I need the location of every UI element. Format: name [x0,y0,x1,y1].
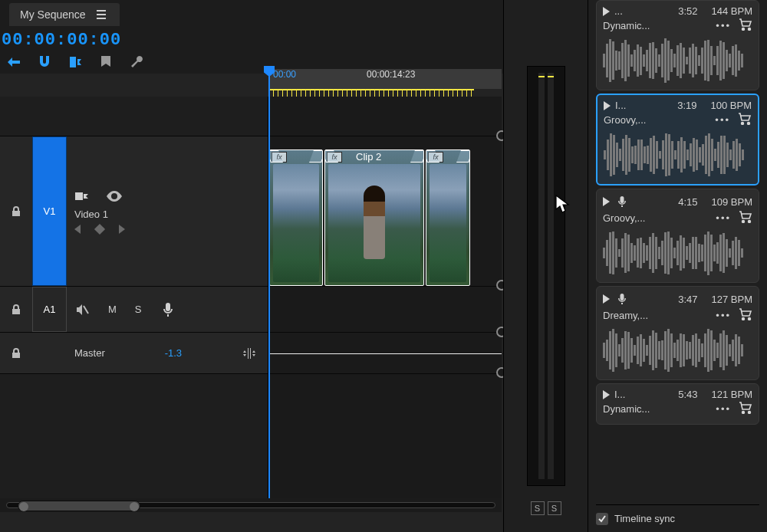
music-bpm: 100 BPM [711,100,752,111]
ruler-tick: 00:00:14:23 [367,69,415,80]
source-patching-icon[interactable] [74,189,90,204]
ruler-tick: 00:00 [273,69,296,80]
music-item[interactable]: 4:15 109 BPM Groovy,... ••• [596,189,759,283]
insert-overwrite-icon[interactable] [6,54,21,70]
video-track-lane[interactable]: fx fx Clip 2 fx [268,136,502,287]
meter-solo-left[interactable]: S [531,501,545,515]
more-options-icon[interactable]: ••• [716,403,731,415]
more-options-icon[interactable]: ••• [716,310,731,321]
play-icon[interactable] [603,294,610,304]
track-content[interactable]: fx fx Clip 2 fx [268,97,502,498]
horizontal-scrollbar[interactable] [0,498,502,512]
keyframe-nav [74,225,268,234]
music-item[interactable]: 3:47 127 BPM Dreamy,... ••• [596,286,759,380]
music-name: Groovy,... [604,114,646,126]
linked-selection-icon[interactable] [67,54,83,70]
timeline-sync-label: Timeline sync [614,513,675,524]
mute-button[interactable]: M [108,304,117,315]
prev-keyframe-icon[interactable] [74,225,81,234]
play-icon[interactable] [604,101,611,110]
video-clip[interactable]: fx Clip 2 [324,149,424,286]
audio-track-header: A1 M S [0,287,268,333]
settings-wrench-icon[interactable] [129,54,144,70]
more-options-icon[interactable]: ••• [716,212,731,224]
marker-icon[interactable] [98,54,114,70]
snap-magnet-icon[interactable] [37,54,52,70]
timeline-sync-checkbox[interactable] [596,513,608,525]
audio-track-toggle[interactable]: A1 [32,287,67,332]
track-visibility-icon[interactable] [107,189,122,204]
mute-off-icon[interactable] [74,302,90,317]
mic-icon [614,291,630,307]
timeline-panel: My Sequence 00:00:00:00 00:00 00:00:14:2… [0,0,588,532]
video-clip[interactable]: fx [269,149,323,286]
more-options-icon[interactable]: ••• [715,114,730,126]
svg-point-11 [749,318,751,320]
track-lock-icon[interactable] [0,287,32,332]
music-bpm: 121 BPM [712,389,752,400]
music-prefix: I... [614,389,625,400]
video-clip[interactable]: fx [426,149,470,286]
cart-icon[interactable] [739,211,752,225]
music-bpm: 109 BPM [712,196,752,208]
svg-point-8 [742,221,745,223]
music-item[interactable]: ... 3:52 144 BPM Dynamic... ••• [596,0,759,90]
svg-rect-2 [248,348,249,359]
track-lock-icon[interactable] [0,333,32,373]
music-duration: 3:52 [678,5,697,17]
svg-point-13 [749,412,751,414]
meter-solo-right[interactable]: S [548,501,561,515]
music-item[interactable]: I... 5:43 121 BPM Dynamic... ••• [596,383,759,425]
next-keyframe-icon[interactable] [119,225,125,234]
music-name: Dynamic... [603,20,650,31]
music-duration: 3:47 [678,294,697,305]
video-track-label: Video 1 [74,209,268,220]
time-ruler[interactable]: 00:00 00:00:14:23 [268,69,502,89]
play-icon[interactable] [603,197,610,206]
svg-point-9 [749,221,751,223]
music-name: Groovy,... [603,212,645,224]
master-track-lane[interactable] [268,333,502,374]
scrollbar-thumb[interactable] [18,501,140,511]
cart-icon[interactable] [738,113,752,127]
music-item[interactable]: I... 3:19 100 BPM Groovy,... ••• [596,94,759,186]
voiceover-mic-icon[interactable] [160,302,176,317]
play-icon[interactable] [603,7,610,16]
svg-rect-0 [75,192,83,200]
meter-bars [527,66,565,486]
cursor-arrow-icon [555,195,572,215]
svg-point-7 [748,123,750,125]
playhead[interactable] [268,69,270,498]
master-level-value[interactable]: -1.3 [165,347,182,359]
add-keyframe-icon[interactable] [94,224,105,235]
playhead-timecode[interactable]: 00:00:00:00 [2,31,268,50]
svg-point-5 [749,28,751,31]
audio-track-lane[interactable] [268,287,502,333]
cart-icon[interactable] [739,308,752,323]
mic-icon [614,194,630,209]
sequence-tab-label: My Sequence [20,8,86,21]
cart-icon[interactable] [739,18,752,33]
music-prefix: I... [615,100,626,111]
sequence-tab[interactable]: My Sequence [9,3,120,26]
solo-button[interactable]: S [135,304,142,315]
expand-collapse-icon[interactable] [242,346,257,361]
music-bpm: 127 BPM [712,294,752,305]
cart-icon[interactable] [739,402,752,416]
music-browser-panel: ... 3:52 144 BPM Dynamic... ••• I... 3:1… [588,0,767,532]
music-bpm: 144 BPM [712,5,752,17]
video-track-toggle[interactable]: V1 [32,136,67,286]
music-list: ... 3:52 144 BPM Dynamic... ••• I... 3:1… [596,0,759,504]
audio-meter: S S [503,0,588,532]
work-area-bar[interactable] [268,89,474,95]
master-track-label: Master [74,347,105,359]
panel-menu-icon[interactable] [94,7,109,22]
waveform [603,39,752,82]
waveform [603,232,752,274]
play-icon[interactable] [603,390,610,399]
master-track-header: Master -1.3 [0,333,268,374]
svg-rect-3 [250,348,251,359]
more-options-icon[interactable]: ••• [716,20,731,31]
timecode-bar: 00:00:00:00 [0,26,588,74]
track-lock-icon[interactable] [0,136,32,286]
